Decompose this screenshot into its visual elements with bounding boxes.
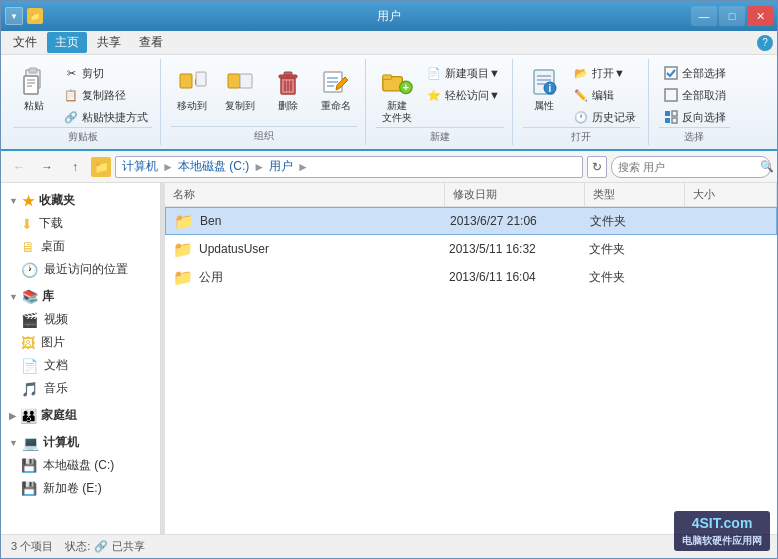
help-button[interactable]: ? [757, 35, 773, 51]
rename-button[interactable]: 重命名 [315, 63, 357, 115]
up-button[interactable]: ↑ [63, 155, 87, 179]
history-label: 历史记录 [592, 110, 636, 125]
new-folder-label: 新建 文件夹 [382, 100, 412, 124]
invert-selection-button[interactable]: 反向选择 [659, 107, 730, 127]
menu-home[interactable]: 主页 [47, 32, 87, 53]
nav-item-desktop[interactable]: 🖥 桌面 [1, 235, 160, 258]
svg-rect-31 [665, 67, 677, 79]
copy2-label: 复制到 [225, 100, 255, 112]
menu-view[interactable]: 查看 [131, 32, 171, 53]
status-bar: 3 个项目 状态: 🔗 已共享 [1, 534, 777, 558]
svg-rect-34 [672, 118, 677, 123]
ben-folder-icon: 📁 [174, 212, 194, 231]
file-type-updatus: 文件夹 [585, 241, 685, 258]
properties-button[interactable]: i 属性 [523, 63, 565, 115]
invert-selection-icon [663, 109, 679, 125]
computer-header[interactable]: ▼ 💻 计算机 [1, 431, 160, 454]
back-button[interactable]: ← [7, 155, 31, 179]
path-sep-1: ► [162, 160, 174, 174]
public-name: 公用 [199, 269, 223, 286]
cut-button[interactable]: ✂ 剪切 [59, 63, 152, 83]
close-button[interactable]: ✕ [747, 6, 773, 26]
col-header-name[interactable]: 名称 [165, 183, 445, 206]
ribbon: 粘贴 ✂ 剪切 📋 复制路径 🔗 粘贴快捷方式 [1, 55, 777, 151]
nav-item-c-drive[interactable]: 💾 本地磁盘 (C:) [1, 454, 160, 477]
updatus-folder-icon: 📁 [173, 240, 193, 259]
easy-access-icon: ⭐ [426, 87, 442, 103]
svg-text:i: i [549, 83, 552, 94]
new-folder-icon: + [381, 66, 413, 98]
folder-address-icon: 📁 [91, 157, 111, 177]
forward-button[interactable]: → [35, 155, 59, 179]
path-current[interactable]: 用户 [269, 158, 293, 175]
new-folder-button[interactable]: + 新建 文件夹 [376, 63, 418, 127]
menu-file[interactable]: 文件 [5, 32, 45, 53]
paste-shortcut-button[interactable]: 🔗 粘贴快捷方式 [59, 107, 152, 127]
favorites-chevron: ▼ [9, 196, 18, 206]
svg-rect-9 [228, 74, 240, 88]
delete-label: 删除 [278, 100, 298, 112]
nav-item-e-drive[interactable]: 💾 新加卷 (E:) [1, 477, 160, 500]
menu-share[interactable]: 共享 [89, 32, 129, 53]
computer-chevron: ▼ [9, 438, 18, 448]
file-row-updatus[interactable]: 📁 UpdatusUser 2013/5/11 16:32 文件夹 [165, 235, 777, 263]
favorites-star-icon: ★ [22, 193, 35, 209]
file-row-ben[interactable]: 📁 Ben 2013/6/27 21:06 文件夹 [165, 207, 777, 235]
search-box[interactable]: 🔍 [611, 156, 771, 178]
nav-item-recent[interactable]: 🕐 最近访问的位置 [1, 258, 160, 281]
nav-section-favorites: ▼ ★ 收藏夹 ⬇ 下载 🖥 桌面 🕐 最近访问的位置 [1, 189, 160, 281]
col-header-type[interactable]: 类型 [585, 183, 685, 206]
c-drive-label: 本地磁盘 (C:) [43, 457, 114, 474]
copy2-button[interactable]: 复制到 [219, 63, 261, 115]
nav-item-video[interactable]: 🎬 视频 [1, 308, 160, 331]
address-path[interactable]: 计算机 ► 本地磁盘 (C:) ► 用户 ► [115, 156, 583, 178]
favorites-header[interactable]: ▼ ★ 收藏夹 [1, 189, 160, 212]
file-row-public[interactable]: 📁 公用 2013/6/11 16:04 文件夹 [165, 263, 777, 291]
quick-access-arrow[interactable]: ▼ [5, 7, 23, 25]
nav-item-music[interactable]: 🎵 音乐 [1, 377, 160, 400]
music-label: 音乐 [44, 380, 68, 397]
downloads-label: 下载 [39, 215, 63, 232]
easy-access-button[interactable]: ⭐ 轻松访问▼ [422, 85, 504, 105]
new-item-label: 新建项目▼ [445, 66, 500, 81]
file-date-public: 2013/6/11 16:04 [445, 270, 585, 284]
path-computer[interactable]: 计算机 [122, 158, 158, 175]
select-all-icon [663, 65, 679, 81]
search-input[interactable] [618, 161, 756, 173]
move-button[interactable]: 移动到 [171, 63, 213, 115]
paste-icon [18, 66, 50, 98]
refresh-button[interactable]: ↻ [587, 156, 607, 178]
maximize-button[interactable]: □ [719, 6, 745, 26]
ribbon-open-small: 📂 打开▼ ✏️ 编辑 🕐 历史记录 [569, 63, 640, 127]
col-header-date[interactable]: 修改日期 [445, 183, 585, 206]
edit-button[interactable]: ✏️ 编辑 [569, 85, 640, 105]
library-header[interactable]: ▼ 📚 库 [1, 285, 160, 308]
delete-button[interactable]: 删除 [267, 63, 309, 115]
library-label: 库 [42, 288, 54, 305]
paste-label: 粘贴 [24, 100, 44, 112]
nav-item-pictures[interactable]: 🖼 图片 [1, 331, 160, 354]
svg-rect-33 [665, 111, 670, 116]
select-all-button[interactable]: 全部选择 [659, 63, 730, 83]
clipboard-group-label: 剪贴板 [13, 127, 152, 146]
nav-section-homegroup: ▶ 👪 家庭组 [1, 404, 160, 427]
paste-button[interactable]: 粘贴 [13, 63, 55, 115]
nav-item-docs[interactable]: 📄 文档 [1, 354, 160, 377]
homegroup-header[interactable]: ▶ 👪 家庭组 [1, 404, 160, 427]
open-button[interactable]: 📂 打开▼ [569, 63, 640, 83]
open-group-label: 打开 [523, 127, 640, 146]
video-label: 视频 [44, 311, 68, 328]
cut-label: 剪切 [82, 66, 104, 81]
history-button[interactable]: 🕐 历史记录 [569, 107, 640, 127]
minimize-button[interactable]: — [691, 6, 717, 26]
deselect-all-button[interactable]: 全部取消 [659, 85, 730, 105]
col-header-size[interactable]: 大小 [685, 183, 777, 206]
homegroup-icon: 👪 [20, 408, 37, 424]
nav-item-downloads[interactable]: ⬇ 下载 [1, 212, 160, 235]
new-item-button[interactable]: 📄 新建项目▼ [422, 63, 504, 83]
ribbon-organize-content: 移动到 复制到 [171, 59, 357, 126]
path-drive[interactable]: 本地磁盘 (C:) [178, 158, 249, 175]
file-date-updatus: 2013/5/11 16:32 [445, 242, 585, 256]
copy-path-button[interactable]: 📋 复制路径 [59, 85, 152, 105]
deselect-all-icon [663, 87, 679, 103]
